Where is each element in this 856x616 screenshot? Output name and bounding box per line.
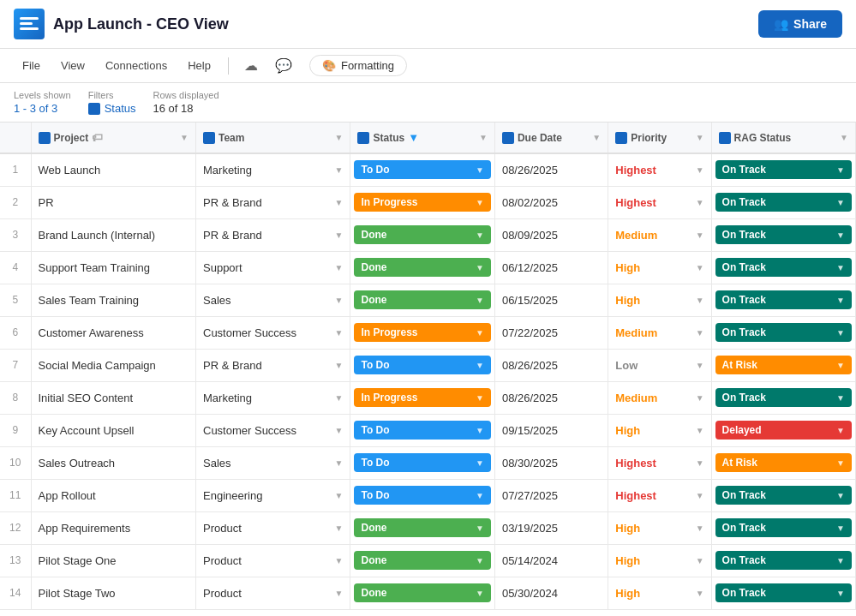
priority-dropdown-icon[interactable]: ▼ — [696, 296, 704, 305]
cell-rag[interactable]: At Risk ▼ — [711, 349, 855, 381]
rag-badge[interactable]: At Risk ▼ — [715, 453, 852, 472]
cell-status[interactable]: In Progress ▼ — [350, 316, 494, 349]
status-badge[interactable]: To Do ▼ — [354, 160, 490, 179]
rag-badge[interactable]: On Track ▼ — [715, 258, 852, 277]
cell-status[interactable]: Done ▼ — [350, 218, 494, 251]
status-badge[interactable]: Done ▼ — [354, 518, 490, 537]
team-dropdown-icon[interactable]: ▼ — [335, 491, 344, 500]
team-dropdown-icon[interactable]: ▼ — [335, 165, 344, 175]
rag-badge[interactable]: On Track ▼ — [715, 388, 852, 407]
rag-badge[interactable]: On Track ▼ — [715, 160, 852, 179]
rag-badge[interactable]: On Track ▼ — [715, 225, 852, 244]
menu-file[interactable]: File — [14, 56, 49, 75]
cell-status[interactable]: Done ▼ — [350, 577, 494, 609]
priority-dropdown-icon[interactable]: ▼ — [696, 589, 704, 598]
col-status[interactable]: Status ▼ ▼ — [350, 123, 494, 153]
menu-connections[interactable]: Connections — [97, 56, 176, 75]
cell-rag[interactable]: On Track ▼ — [711, 511, 855, 544]
cell-status[interactable]: To Do ▼ — [350, 414, 494, 446]
status-badge[interactable]: To Do ▼ — [354, 486, 490, 505]
status-badge[interactable]: To Do ▼ — [354, 453, 490, 472]
cell-status[interactable]: To Do ▼ — [350, 153, 494, 186]
col-project[interactable]: Project 🏷 ▼ — [31, 123, 196, 153]
cell-status[interactable]: In Progress ▼ — [350, 381, 494, 414]
priority-dropdown-icon[interactable]: ▼ — [696, 556, 704, 565]
cell-status[interactable]: Done ▼ — [350, 544, 494, 577]
team-dropdown-icon[interactable]: ▼ — [335, 556, 344, 565]
cell-status[interactable]: In Progress ▼ — [350, 186, 494, 218]
priority-dropdown-icon[interactable]: ▼ — [696, 165, 704, 175]
share-button[interactable]: 👥 Share — [758, 10, 842, 38]
team-dropdown-icon[interactable]: ▼ — [335, 393, 344, 403]
rag-badge[interactable]: On Track ▼ — [715, 290, 852, 309]
col-team[interactable]: Team ▼ — [196, 123, 350, 153]
priority-dropdown-icon[interactable]: ▼ — [696, 361, 704, 370]
priority-dropdown-icon[interactable]: ▼ — [696, 328, 704, 338]
rag-badge[interactable]: On Track ▼ — [715, 551, 852, 570]
team-dropdown-icon[interactable]: ▼ — [335, 458, 344, 468]
rag-badge[interactable]: On Track ▼ — [715, 583, 852, 602]
col-project-sort[interactable]: ▼ — [180, 133, 189, 142]
team-dropdown-icon[interactable]: ▼ — [335, 523, 344, 533]
status-badge[interactable]: In Progress ▼ — [354, 323, 490, 342]
status-badge[interactable]: Done ▼ — [354, 583, 490, 602]
cell-status[interactable]: To Do ▼ — [350, 479, 494, 511]
menu-view[interactable]: View — [52, 56, 93, 75]
priority-dropdown-icon[interactable]: ▼ — [696, 230, 704, 240]
status-badge[interactable]: Done ▼ — [354, 258, 490, 277]
cell-rag[interactable]: On Track ▼ — [711, 577, 855, 609]
rag-badge[interactable]: At Risk ▼ — [715, 356, 852, 374]
cloud-icon[interactable]: ☁ — [237, 54, 265, 77]
cell-rag[interactable]: On Track ▼ — [711, 479, 855, 511]
cell-rag[interactable]: On Track ▼ — [711, 284, 855, 316]
comment-icon[interactable]: 💬 — [268, 54, 299, 77]
status-badge[interactable]: Done ▼ — [354, 225, 490, 244]
status-badge[interactable]: Done ▼ — [354, 290, 490, 309]
cell-rag[interactable]: On Track ▼ — [711, 218, 855, 251]
cell-status[interactable]: Done ▼ — [350, 511, 494, 544]
priority-dropdown-icon[interactable]: ▼ — [696, 523, 704, 533]
team-dropdown-icon[interactable]: ▼ — [335, 361, 344, 370]
priority-dropdown-icon[interactable]: ▼ — [696, 458, 704, 468]
rag-badge[interactable]: On Track ▼ — [715, 323, 852, 342]
col-priority[interactable]: Priority ▼ — [608, 123, 711, 153]
cell-rag[interactable]: On Track ▼ — [711, 316, 855, 349]
rag-badge[interactable]: Delayed ▼ — [715, 421, 852, 440]
priority-dropdown-icon[interactable]: ▼ — [696, 393, 704, 403]
cell-rag[interactable]: On Track ▼ — [711, 251, 855, 284]
col-rag[interactable]: RAG Status ▼ — [711, 123, 855, 153]
team-dropdown-icon[interactable]: ▼ — [335, 426, 344, 435]
team-dropdown-icon[interactable]: ▼ — [335, 198, 344, 207]
status-badge[interactable]: In Progress ▼ — [354, 193, 490, 212]
priority-dropdown-icon[interactable]: ▼ — [696, 263, 704, 272]
status-badge[interactable]: To Do ▼ — [354, 421, 490, 440]
cell-status[interactable]: Done ▼ — [350, 251, 494, 284]
priority-dropdown-icon[interactable]: ▼ — [696, 491, 704, 500]
cell-rag[interactable]: On Track ▼ — [711, 186, 855, 218]
cell-rag[interactable]: On Track ▼ — [711, 153, 855, 186]
menu-help[interactable]: Help — [179, 56, 219, 75]
formatting-button[interactable]: 🎨 Formatting — [309, 55, 407, 76]
priority-dropdown-icon[interactable]: ▼ — [696, 426, 704, 435]
rag-badge[interactable]: On Track ▼ — [715, 193, 852, 212]
cell-status[interactable]: To Do ▼ — [350, 446, 494, 479]
col-status-sort[interactable]: ▼ — [479, 133, 488, 142]
levels-value[interactable]: 1 - 3 of 3 — [14, 102, 71, 115]
col-due-date[interactable]: Due Date ▼ — [494, 123, 608, 153]
status-badge[interactable]: Done ▼ — [354, 551, 490, 570]
status-badge[interactable]: In Progress ▼ — [354, 388, 490, 407]
team-dropdown-icon[interactable]: ▼ — [335, 589, 344, 598]
cell-rag[interactable]: At Risk ▼ — [711, 446, 855, 479]
col-priority-sort[interactable]: ▼ — [696, 133, 704, 142]
cell-status[interactable]: To Do ▼ — [350, 349, 494, 381]
team-dropdown-icon[interactable]: ▼ — [335, 263, 344, 272]
priority-dropdown-icon[interactable]: ▼ — [696, 198, 704, 207]
team-dropdown-icon[interactable]: ▼ — [335, 296, 344, 305]
cell-rag[interactable]: On Track ▼ — [711, 381, 855, 414]
rag-badge[interactable]: On Track ▼ — [715, 518, 852, 537]
team-dropdown-icon[interactable]: ▼ — [335, 328, 344, 338]
team-dropdown-icon[interactable]: ▼ — [335, 230, 344, 240]
cell-rag[interactable]: Delayed ▼ — [711, 414, 855, 446]
col-due-sort[interactable]: ▼ — [592, 133, 601, 142]
cell-rag[interactable]: On Track ▼ — [711, 544, 855, 577]
